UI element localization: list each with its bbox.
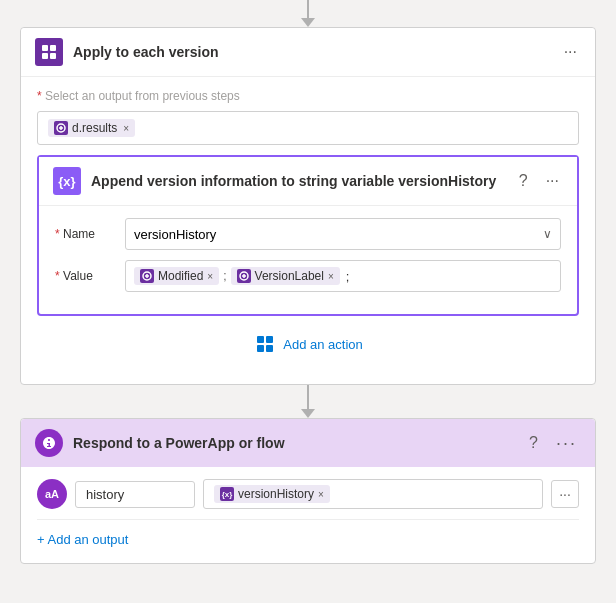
name-dropdown[interactable]: versionHistory ∨ bbox=[125, 218, 561, 250]
svg-rect-8 bbox=[266, 336, 273, 343]
respond-more-btn[interactable]: ··· bbox=[552, 432, 581, 454]
arrow-line bbox=[307, 0, 309, 18]
add-action-label: Add an action bbox=[283, 337, 363, 352]
dresults-tag-icon bbox=[54, 121, 68, 135]
middle-arrow-head bbox=[301, 409, 315, 418]
apply-each-body: Select an output from previous steps d.r… bbox=[21, 77, 595, 384]
respond-icon bbox=[35, 429, 63, 457]
output-more-btn[interactable]: ··· bbox=[551, 480, 579, 508]
svg-rect-2 bbox=[42, 53, 48, 59]
versionhistory-output-tag: {x} versionHistory × bbox=[214, 485, 330, 503]
name-value: versionHistory bbox=[134, 227, 216, 242]
output-row: aA history {x} versionHistory × ··· bbox=[37, 479, 579, 509]
respond-help-btn[interactable]: ? bbox=[525, 432, 542, 454]
modified-tag-label: Modified bbox=[158, 269, 203, 283]
add-output-label: + Add an output bbox=[37, 532, 128, 547]
respond-card: Respond to a PowerApp or flow ? ··· aA h… bbox=[20, 418, 596, 564]
respond-header: Respond to a PowerApp or flow ? ··· bbox=[21, 419, 595, 467]
svg-rect-10 bbox=[266, 345, 273, 352]
apply-each-title: Apply to each version bbox=[73, 44, 560, 60]
select-output-label: Select an output from previous steps bbox=[37, 89, 579, 103]
versionlabel-tag-icon bbox=[237, 269, 251, 283]
separator bbox=[37, 519, 579, 520]
versionhistory-output-icon: {x} bbox=[220, 487, 234, 501]
apply-each-header: Apply to each version ··· bbox=[21, 28, 595, 77]
versionlabel-tag: VersionLabel × bbox=[231, 267, 340, 285]
dresults-tag-label: d.results bbox=[72, 121, 117, 135]
svg-rect-7 bbox=[257, 336, 264, 343]
output-name-box[interactable]: history bbox=[75, 481, 195, 508]
svg-rect-9 bbox=[257, 345, 264, 352]
respond-body: aA history {x} versionHistory × ··· + Ad… bbox=[21, 467, 595, 563]
value-suffix: ; bbox=[346, 269, 350, 284]
versionlabel-tag-label: VersionLabel bbox=[255, 269, 324, 283]
select-output-field[interactable]: d.results × bbox=[37, 111, 579, 145]
modified-tag-close[interactable]: × bbox=[207, 271, 213, 282]
middle-arrow-connector bbox=[301, 385, 315, 418]
add-action-btn[interactable]: Add an action bbox=[37, 316, 579, 372]
apply-each-more-btn[interactable]: ··· bbox=[560, 41, 581, 63]
middle-arrow-line bbox=[307, 385, 309, 409]
value-row: Value Modified × bbox=[55, 260, 561, 292]
dresults-tag: d.results × bbox=[48, 119, 135, 137]
output-avatar: aA bbox=[37, 479, 67, 509]
append-body: Name versionHistory ∨ Value bbox=[39, 206, 577, 314]
respond-title: Respond to a PowerApp or flow bbox=[73, 435, 525, 451]
apply-each-card: Apply to each version ··· Select an outp… bbox=[20, 27, 596, 385]
add-output-btn[interactable]: + Add an output bbox=[37, 528, 579, 551]
value-label: Value bbox=[55, 269, 125, 283]
svg-rect-0 bbox=[42, 45, 48, 51]
append-actions: ? ··· bbox=[515, 170, 563, 192]
versionhistory-output-label: versionHistory bbox=[238, 487, 314, 501]
output-value-box[interactable]: {x} versionHistory × bbox=[203, 479, 543, 509]
append-card: {x} Append version information to string… bbox=[37, 155, 579, 316]
apply-each-icon bbox=[35, 38, 63, 66]
top-arrow-connector bbox=[301, 0, 315, 27]
dresults-tag-close[interactable]: × bbox=[123, 123, 129, 134]
apply-each-actions: ··· bbox=[560, 41, 581, 63]
append-help-btn[interactable]: ? bbox=[515, 170, 532, 192]
value-field[interactable]: Modified × ; VersionLabel bbox=[125, 260, 561, 292]
add-action-icon bbox=[253, 332, 277, 356]
arrow-head bbox=[301, 18, 315, 27]
modified-tag-icon bbox=[140, 269, 154, 283]
append-header: {x} Append version information to string… bbox=[39, 157, 577, 206]
dropdown-arrow-icon: ∨ bbox=[543, 227, 552, 241]
versionhistory-output-close[interactable]: × bbox=[318, 489, 324, 500]
name-row: Name versionHistory ∨ bbox=[55, 218, 561, 250]
respond-actions: ? ··· bbox=[525, 432, 581, 454]
versionlabel-tag-close[interactable]: × bbox=[328, 271, 334, 282]
svg-rect-3 bbox=[50, 53, 56, 59]
append-title: Append version information to string var… bbox=[91, 173, 515, 189]
name-label: Name bbox=[55, 227, 125, 241]
append-icon: {x} bbox=[53, 167, 81, 195]
svg-rect-1 bbox=[50, 45, 56, 51]
append-more-btn[interactable]: ··· bbox=[542, 170, 563, 192]
modified-tag: Modified × bbox=[134, 267, 219, 285]
